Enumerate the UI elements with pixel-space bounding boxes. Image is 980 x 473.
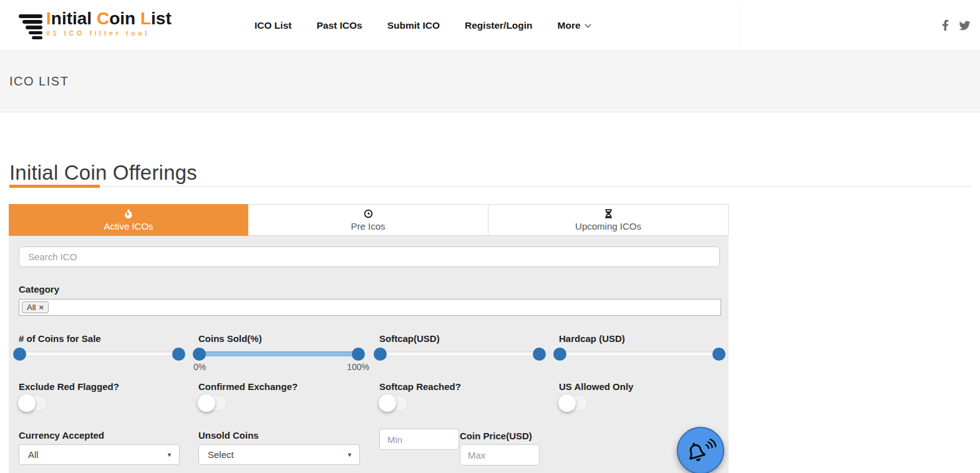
slider-track[interactable]: [379, 351, 540, 356]
toggle-label: Exclude Red Flagged?: [19, 381, 180, 393]
unsold-coins-group: Unsold Coins Select: [198, 430, 360, 465]
nav-item-register-login[interactable]: Register/Login: [465, 20, 533, 31]
toggle-exclude-red-flagged: Exclude Red Flagged?: [19, 381, 180, 411]
category-select-box[interactable]: All ×: [19, 299, 721, 316]
tab-upcoming-icos[interactable]: Upcoming ICOs: [488, 204, 729, 236]
slider-handle-min[interactable]: [374, 348, 387, 361]
toggle-label: US Allowed Only: [559, 381, 720, 393]
page-title: ICO LIST: [9, 74, 69, 89]
slider-handle-max[interactable]: [352, 348, 365, 361]
slider-label: # of Coins for Sale: [19, 333, 180, 344]
slider-hardcap: Hardcap (USD): [559, 333, 720, 356]
slider-coins-for-sale: # of Coins for Sale: [19, 333, 180, 356]
chip-remove-icon[interactable]: ×: [39, 303, 44, 311]
slider-handle-max[interactable]: [172, 348, 185, 361]
clock-icon: [364, 209, 373, 219]
slider-max-label: 100%: [347, 362, 369, 372]
bell-icon: [684, 434, 717, 467]
slider-coins-sold: Coins Sold(%) 0% 100%: [198, 333, 359, 372]
tab-active-icos[interactable]: Active ICOs: [9, 204, 248, 236]
header-divider: [740, 5, 740, 46]
facebook-icon[interactable]: [942, 19, 949, 31]
site-logo[interactable]: Initial Coin List #1 ICO filter tool: [19, 9, 172, 43]
chevron-down-icon: [585, 24, 591, 28]
category-chip[interactable]: All ×: [22, 301, 49, 313]
currency-accepted-group: Currency Accepted All: [19, 430, 180, 465]
hourglass-icon: [605, 209, 612, 219]
slider-softcap: Softcap(USD): [379, 333, 540, 356]
slider-handle-min[interactable]: [553, 348, 566, 361]
heading-rule-accent: [9, 185, 100, 188]
slider-min-label: 0%: [193, 362, 206, 372]
toggle-knob: [558, 394, 576, 412]
toggle-label: Softcap Reached?: [379, 381, 540, 393]
coin-price-max-input[interactable]: [460, 444, 540, 466]
slider-handle-min[interactable]: [193, 348, 206, 361]
unsold-coins-select[interactable]: Select: [198, 444, 360, 465]
unsold-coins-value: Select: [208, 449, 234, 460]
slider-track[interactable]: [19, 351, 180, 356]
slider-handle-max[interactable]: [533, 348, 546, 361]
funnel-logo-icon: [19, 13, 44, 43]
toggle-confirmed-exchange: Confirmed Exchange?: [198, 381, 359, 411]
social-links: [942, 0, 971, 51]
currency-accepted-value: All: [28, 449, 39, 460]
slider-label: Softcap(USD): [379, 333, 540, 344]
category-label: Category: [19, 284, 59, 295]
nav-item-submit-ico[interactable]: Submit ICO: [387, 20, 440, 31]
toggle-knob: [379, 394, 396, 412]
toggle-switch[interactable]: [198, 395, 227, 411]
tab-pre-icos[interactable]: Pre Icos: [248, 204, 488, 236]
logo-text: Initial Coin List #1 ICO filter tool: [46, 9, 172, 37]
page: Initial Coin List #1 ICO filter tool ICO…: [0, 0, 980, 473]
toggle-knob: [198, 394, 215, 412]
currency-accepted-label: Currency Accepted: [19, 430, 180, 441]
toggle-switch[interactable]: [379, 395, 408, 411]
slider-handle-max[interactable]: [712, 348, 725, 361]
site-header: Initial Coin List #1 ICO filter tool ICO…: [0, 0, 980, 51]
coin-price-label: Coin Price(USD): [460, 431, 532, 441]
slider-range-labels: 0% 100%: [198, 362, 359, 372]
slider-track[interactable]: [198, 351, 359, 356]
toggle-softcap-reached: Softcap Reached?: [379, 381, 540, 411]
toggle-us-allowed-only: US Allowed Only: [559, 381, 720, 411]
coin-price-min-input[interactable]: [379, 429, 459, 450]
heading-rule: [9, 186, 971, 187]
slider-handle-min[interactable]: [13, 348, 26, 361]
logo-tagline: #1 ICO filter tool: [46, 29, 172, 37]
search-input[interactable]: [19, 246, 720, 267]
slider-label: Coins Sold(%): [198, 333, 359, 344]
toggle-switch[interactable]: [559, 395, 588, 411]
twitter-icon[interactable]: [958, 20, 971, 31]
notification-bell-button[interactable]: [677, 427, 724, 473]
slider-track[interactable]: [559, 351, 720, 356]
currency-accepted-select[interactable]: All: [19, 444, 180, 465]
ico-tabs: Active ICOs Pre Icos Upcoming ICOs: [9, 204, 729, 236]
toggle-label: Confirmed Exchange?: [198, 381, 359, 393]
filter-panel: Category All × # of Coins for Sale Coins…: [9, 236, 729, 473]
nav-item-past-icos[interactable]: Past ICOs: [316, 20, 362, 31]
main-nav: ICO List Past ICOs Submit ICO Register/L…: [255, 0, 591, 51]
section-heading: Initial Coin Offerings: [9, 161, 197, 185]
nav-item-more[interactable]: More: [558, 20, 591, 31]
unsold-coins-label: Unsold Coins: [198, 430, 360, 441]
category-chip-label: All: [27, 303, 36, 312]
toggle-switch[interactable]: [19, 395, 47, 411]
toggle-knob: [18, 394, 36, 412]
page-title-band: ICO LIST: [0, 51, 980, 112]
slider-label: Hardcap (USD): [559, 333, 720, 344]
nav-item-ico-list[interactable]: ICO List: [255, 20, 291, 31]
flame-icon: [125, 209, 132, 219]
